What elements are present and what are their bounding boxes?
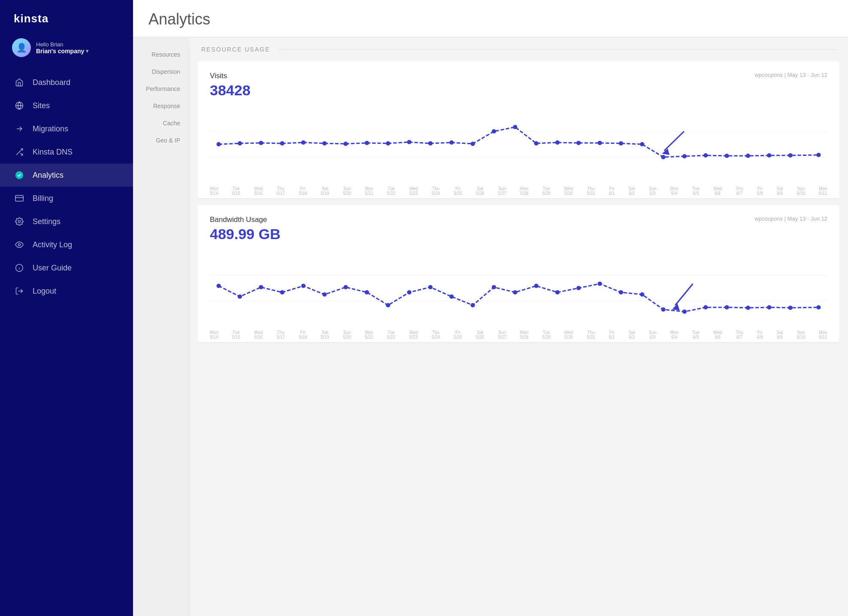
x-label-group: Tue6/5 <box>692 330 700 340</box>
x-label-day: Tue <box>692 330 700 335</box>
x-label-group: Wed5/30 <box>564 186 573 196</box>
svg-point-65 <box>534 284 538 288</box>
sidebar-item-logout-label: Logout <box>33 287 56 296</box>
x-label-date: 5/25 <box>454 335 462 340</box>
subnav-response[interactable]: Response <box>133 97 189 115</box>
svg-point-27 <box>428 141 433 146</box>
migrations-icon <box>14 123 25 134</box>
svg-point-53 <box>280 290 284 294</box>
subnav-resources[interactable]: Resources <box>133 46 189 63</box>
visits-value: 38428 <box>210 82 827 99</box>
sidebar-item-dashboard[interactable]: Dashboard <box>0 71 133 94</box>
x-label-date: 5/31 <box>587 191 595 196</box>
x-label-date: 6/5 <box>693 335 699 340</box>
svg-point-69 <box>619 290 623 294</box>
x-label-group: Wed6/6 <box>713 186 722 196</box>
x-label-date: 5/21 <box>365 335 373 340</box>
svg-point-39 <box>682 154 687 158</box>
sub-nav-divider <box>189 46 189 616</box>
x-label-date: 5/20 <box>343 335 351 340</box>
x-label-day: Sat <box>322 186 328 191</box>
x-label-day: Thu <box>432 330 439 335</box>
x-label-day: Fri <box>609 330 615 335</box>
bandwidth-label: Bandwidth Usage <box>210 215 267 224</box>
svg-point-66 <box>555 290 560 294</box>
svg-point-52 <box>259 285 263 289</box>
sidebar-item-settings[interactable]: Settings <box>0 210 133 233</box>
sidebar-item-analytics[interactable]: Analytics <box>0 164 133 187</box>
x-label-day: Sun <box>343 186 351 191</box>
sidebar-item-activity-log[interactable]: Activity Log <box>0 233 133 256</box>
svg-point-36 <box>619 141 623 146</box>
resource-usage-header: RESOURCE USAGE <box>189 37 848 61</box>
x-label-group: Sun5/27 <box>498 330 506 340</box>
x-label-group: Sat5/19 <box>321 186 329 196</box>
subnav-dispersion[interactable]: Dispersion <box>133 63 189 80</box>
x-label-date: 5/20 <box>343 191 351 196</box>
x-label-group: Sat6/9 <box>777 186 783 196</box>
x-label-day: Wed <box>409 330 418 335</box>
x-label-date: 5/23 <box>409 191 418 196</box>
subnav-performance[interactable]: Performance <box>133 80 189 97</box>
x-label-date: 5/27 <box>498 191 506 196</box>
x-label-day: Sat <box>777 186 783 191</box>
svg-point-75 <box>746 306 750 310</box>
x-label-day: Sat <box>629 330 635 335</box>
dns-icon <box>14 146 25 158</box>
svg-point-62 <box>470 303 475 307</box>
x-label-day: Sun <box>343 330 351 335</box>
svg-point-18 <box>238 141 242 146</box>
x-label-day: Wed <box>564 186 573 191</box>
sidebar-item-migrations-label: Migrations <box>33 124 68 134</box>
eye-icon <box>14 239 25 250</box>
svg-point-19 <box>259 141 263 145</box>
sidebar-item-sites[interactable]: Sites <box>0 94 133 117</box>
svg-point-26 <box>407 140 411 144</box>
x-label-group: Sat6/9 <box>777 330 783 340</box>
svg-point-32 <box>534 141 538 146</box>
x-label-day: Fri <box>300 330 306 335</box>
x-label-group: Mon6/4 <box>670 330 678 340</box>
subnav-geo-ip[interactable]: Geo & IP <box>133 132 189 149</box>
svg-line-15 <box>664 131 684 151</box>
sidebar-item-kinsta-dns[interactable]: Kinsta DNS <box>0 140 133 164</box>
x-label-day: Tue <box>233 186 240 191</box>
svg-point-70 <box>640 292 644 297</box>
x-label-date: 6/10 <box>797 191 805 196</box>
bandwidth-chart-meta: Bandwidth Usage wpcoupons | May 13 - Jun… <box>210 215 827 224</box>
x-label-day: Tue <box>543 186 550 191</box>
svg-point-67 <box>576 286 581 290</box>
svg-point-25 <box>386 141 390 146</box>
user-greeting: Hello Brian <box>36 41 121 48</box>
sidebar-item-user-guide[interactable]: User Guide <box>0 256 133 279</box>
x-label-day: Wed <box>254 186 263 191</box>
user-company: Brian's company ▾ <box>36 48 121 55</box>
x-label-date: 5/28 <box>520 335 528 340</box>
x-label-day: Sun <box>649 186 657 191</box>
sidebar-item-logout[interactable]: Logout <box>0 279 133 303</box>
sidebar-item-billing[interactable]: Billing <box>0 187 133 210</box>
x-label-day: Thu <box>736 330 743 335</box>
svg-point-41 <box>725 154 729 158</box>
x-label-group: Tue5/29 <box>542 186 550 196</box>
visits-label: Visits <box>210 72 227 80</box>
sidebar-item-migrations[interactable]: Migrations <box>0 117 133 140</box>
svg-point-24 <box>365 141 369 145</box>
user-area[interactable]: 👤 Hello Brian Brian's company ▾ <box>0 34 133 67</box>
x-label-group: Wed5/16 <box>254 186 263 196</box>
x-label-date: 5/24 <box>432 335 440 340</box>
svg-point-58 <box>386 303 390 307</box>
svg-point-78 <box>816 305 821 310</box>
x-label-date: 5/26 <box>476 191 484 196</box>
x-label-date: 6/3 <box>650 335 656 340</box>
x-label-group: Mon6/11 <box>819 330 827 340</box>
svg-point-76 <box>767 305 771 310</box>
x-label-day: Mon <box>210 186 218 191</box>
x-label-date: 6/10 <box>797 335 805 340</box>
x-label-group: Wed5/23 <box>409 186 418 196</box>
x-label-group: Mon5/28 <box>520 186 528 196</box>
x-label-date: 5/22 <box>387 191 395 196</box>
subnav-cache[interactable]: Cache <box>133 115 189 132</box>
x-label-date: 5/30 <box>564 335 572 340</box>
sidebar-item-activity-log-label: Activity Log <box>33 240 72 249</box>
